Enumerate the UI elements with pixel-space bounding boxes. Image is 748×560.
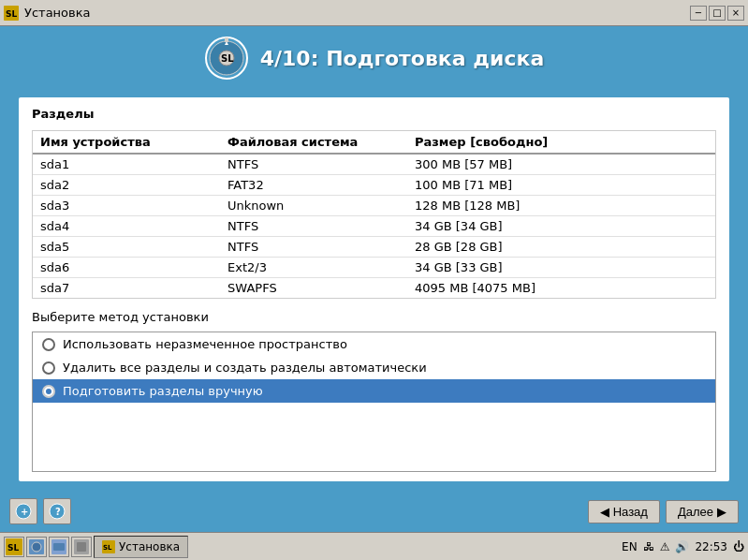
network-icon: 🖧 — [643, 540, 654, 553]
main-content: SL 4/10: Подготовка диска Разделы Имя ус… — [0, 26, 748, 491]
cell-size: 4095 MB [4075 MB] — [407, 278, 715, 298]
time-label: 22:53 — [695, 540, 727, 553]
help-icon-button[interactable]: + — [9, 498, 37, 524]
taskbar-left: SL SL Установка — [4, 536, 188, 558]
radio-icon — [42, 338, 55, 351]
table-row: sda6 Ext2/3 34 GB [33 GB] — [33, 258, 715, 278]
volume-icon: 🔊 — [675, 540, 689, 553]
method-label: Удалить все разделы и создать разделы ав… — [63, 361, 427, 375]
cell-size: 100 MB [71 MB] — [407, 175, 715, 195]
start-button[interactable]: SL — [4, 537, 24, 557]
svg-text:+: + — [21, 507, 28, 517]
cell-fs: Ext2/3 — [220, 258, 407, 277]
method-item-opt3[interactable]: Подготовить разделы вручную — [33, 379, 715, 403]
window-title: Установка — [24, 6, 91, 20]
warning-icon: ⚠ — [660, 540, 670, 553]
partitions-table: Имя устройства Файловая система Размер [… — [32, 130, 716, 299]
table-row: sda4 NTFS 34 GB [34 GB] — [33, 216, 715, 237]
cell-size: 28 GB [28 GB] — [407, 237, 715, 257]
taskbar-right: EN 🖧 ⚠ 🔊 22:53 ⏻ — [622, 540, 744, 553]
logo: SL — [204, 36, 249, 81]
table-row: sda1 NTFS 300 MB [57 MB] — [33, 155, 715, 175]
svg-text:SL: SL — [7, 543, 19, 553]
svg-point-14 — [32, 542, 41, 552]
locale-label: EN — [622, 540, 638, 553]
cell-device: sda2 — [33, 175, 220, 195]
taskbar-icon-4[interactable] — [71, 537, 92, 557]
method-label: Использовать неразмеченное пространство — [63, 337, 347, 351]
table-row: sda7 SWAPFS 4095 MB [4075 MB] — [33, 278, 715, 298]
method-label: Подготовить разделы вручную — [63, 384, 263, 398]
titlebar-controls: − □ × — [690, 6, 744, 21]
cell-fs: Unknown — [220, 196, 407, 215]
cell-device: sda5 — [33, 237, 220, 257]
bottom-toolbar: + ? ◀ Назад Далее ▶ — [0, 491, 748, 532]
toolbar-left: + ? — [9, 498, 71, 524]
cell-device: sda3 — [33, 196, 220, 215]
table-body: sda1 NTFS 300 MB [57 MB] sda2 FAT32 100 … — [33, 155, 715, 298]
method-list: Использовать неразмеченное пространство … — [32, 332, 716, 472]
toolbar-right: ◀ Назад Далее ▶ — [588, 500, 739, 523]
taskbar-app-label: Установка — [119, 540, 180, 553]
cell-fs: FAT32 — [220, 175, 407, 195]
svg-rect-18 — [77, 542, 86, 552]
table-header: Имя устройства Файловая система Размер [… — [33, 131, 715, 155]
taskbar-app-button[interactable]: SL Установка — [94, 536, 188, 558]
svg-text:?: ? — [55, 507, 61, 517]
table-row: sda3 Unknown 128 MB [128 MB] — [33, 196, 715, 216]
forward-arrow-icon: ▶ — [717, 505, 726, 519]
cell-device: sda6 — [33, 258, 220, 277]
step-header: SL 4/10: Подготовка диска — [19, 36, 729, 81]
taskbar-icon-2[interactable] — [26, 537, 47, 557]
install-method-label: Выберите метод установки — [32, 310, 716, 324]
power-icon[interactable]: ⏻ — [733, 540, 744, 553]
svg-rect-16 — [53, 543, 65, 551]
cell-device: sda4 — [33, 216, 220, 236]
radio-icon — [42, 385, 55, 398]
svg-text:SL: SL — [221, 53, 234, 64]
titlebar-left: SL Установка — [4, 6, 91, 21]
back-button[interactable]: ◀ Назад — [588, 500, 660, 523]
col-size: Размер [свободно] — [407, 131, 715, 153]
method-item-opt1[interactable]: Использовать неразмеченное пространство — [33, 332, 715, 356]
back-arrow-icon: ◀ — [600, 505, 609, 519]
maximize-button[interactable]: □ — [709, 6, 726, 21]
radio-icon — [42, 361, 55, 375]
svg-text:SL: SL — [6, 9, 17, 19]
cell-device: sda1 — [33, 155, 220, 174]
cell-device: sda7 — [33, 278, 220, 298]
cell-size: 34 GB [33 GB] — [407, 258, 715, 277]
table-row: sda5 NTFS 28 GB [28 GB] — [33, 237, 715, 258]
method-item-opt2[interactable]: Удалить все разделы и создать разделы ав… — [33, 356, 715, 379]
table-row: sda2 FAT32 100 MB [71 MB] — [33, 175, 715, 196]
svg-rect-6 — [225, 37, 228, 42]
cell-size: 300 MB [57 MB] — [407, 155, 715, 174]
titlebar-icon: SL — [4, 6, 19, 21]
taskbar: SL SL Установка — [0, 532, 748, 560]
close-button[interactable]: × — [727, 6, 744, 21]
back-label: Назад — [613, 505, 648, 519]
cell-size: 34 GB [34 GB] — [407, 216, 715, 236]
col-fs: Файловая система — [220, 131, 407, 153]
cell-fs: NTFS — [220, 155, 407, 174]
partitions-label: Разделы — [32, 107, 716, 121]
forward-button[interactable]: Далее ▶ — [666, 500, 739, 523]
svg-text:SL: SL — [103, 544, 112, 552]
forward-label: Далее — [678, 505, 713, 519]
cell-fs: NTFS — [220, 237, 407, 257]
cell-fs: NTFS — [220, 216, 407, 236]
minimize-button[interactable]: − — [690, 6, 707, 21]
step-title: 4/10: Подготовка диска — [260, 47, 545, 70]
cell-fs: SWAPFS — [220, 278, 407, 298]
cell-size: 128 MB [128 MB] — [407, 196, 715, 215]
content-panel: Разделы Имя устройства Файловая система … — [19, 97, 729, 481]
taskbar-icon-3[interactable] — [49, 537, 69, 557]
titlebar: SL Установка − □ × — [0, 0, 748, 26]
col-device: Имя устройства — [33, 131, 220, 153]
info-icon-button[interactable]: ? — [43, 498, 71, 524]
